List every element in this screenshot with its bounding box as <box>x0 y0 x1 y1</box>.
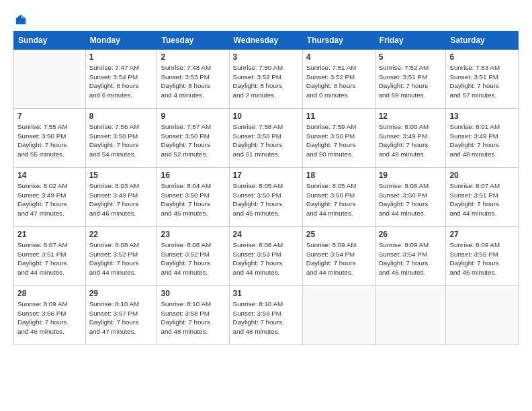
calendar-week-3: 14Sunrise: 8:02 AMSunset: 3:49 PMDayligh… <box>14 168 519 227</box>
day-number: 10 <box>233 111 299 121</box>
day-info: Sunrise: 7:58 AMSunset: 3:50 PMDaylight:… <box>233 122 299 159</box>
header <box>13 11 519 26</box>
logo <box>13 13 27 26</box>
calendar-cell: 27Sunrise: 8:09 AMSunset: 3:55 PMDayligh… <box>446 227 519 286</box>
day-info: Sunrise: 7:48 AMSunset: 3:53 PMDaylight:… <box>161 63 225 100</box>
day-number: 25 <box>306 230 371 239</box>
day-info: Sunrise: 8:09 AMSunset: 3:55 PMDaylight:… <box>449 240 515 277</box>
calendar-week-1: 1Sunrise: 7:47 AMSunset: 3:54 PMDaylight… <box>14 50 519 109</box>
day-number: 9 <box>161 111 225 121</box>
day-info: Sunrise: 8:10 AMSunset: 3:57 PMDaylight:… <box>89 300 154 336</box>
day-number: 12 <box>379 111 443 121</box>
svg-marker-1 <box>21 15 26 18</box>
calendar-cell: 9Sunrise: 7:57 AMSunset: 3:50 PMDaylight… <box>157 109 229 168</box>
day-info: Sunrise: 8:00 AMSunset: 3:49 PMDaylight:… <box>379 122 443 159</box>
day-info: Sunrise: 8:09 AMSunset: 3:56 PMDaylight:… <box>17 300 82 336</box>
day-number: 20 <box>449 171 515 180</box>
day-number: 17 <box>233 171 299 180</box>
calendar-cell: 23Sunrise: 8:08 AMSunset: 3:52 PMDayligh… <box>157 227 229 286</box>
calendar-cell: 16Sunrise: 8:04 AMSunset: 3:50 PMDayligh… <box>157 168 229 227</box>
calendar-cell: 15Sunrise: 8:03 AMSunset: 3:49 PMDayligh… <box>85 168 157 227</box>
calendar-cell: 18Sunrise: 8:05 AMSunset: 3:50 PMDayligh… <box>302 168 375 227</box>
day-info: Sunrise: 8:08 AMSunset: 3:52 PMDaylight:… <box>89 240 154 277</box>
day-number: 28 <box>17 289 82 298</box>
calendar-cell: 11Sunrise: 7:59 AMSunset: 3:50 PMDayligh… <box>302 109 375 168</box>
day-info: Sunrise: 7:47 AMSunset: 3:54 PMDaylight:… <box>89 63 154 100</box>
day-number: 27 <box>449 230 515 239</box>
calendar-cell: 25Sunrise: 8:09 AMSunset: 3:54 PMDayligh… <box>302 227 375 286</box>
day-number: 30 <box>161 289 225 298</box>
day-number: 4 <box>306 52 371 62</box>
calendar-cell: 1Sunrise: 7:47 AMSunset: 3:54 PMDaylight… <box>85 50 157 109</box>
day-number: 2 <box>161 52 225 62</box>
calendar-table: SundayMondayTuesdayWednesdayThursdayFrid… <box>13 31 519 345</box>
calendar-cell: 22Sunrise: 8:08 AMSunset: 3:52 PMDayligh… <box>85 227 157 286</box>
day-info: Sunrise: 8:04 AMSunset: 3:50 PMDaylight:… <box>161 181 225 218</box>
day-info: Sunrise: 8:03 AMSunset: 3:49 PMDaylight:… <box>89 181 154 218</box>
day-number: 29 <box>89 289 154 298</box>
calendar-cell <box>14 50 86 109</box>
day-number: 26 <box>379 230 443 239</box>
col-header-thursday: Thursday <box>302 32 375 50</box>
calendar-week-4: 21Sunrise: 8:07 AMSunset: 3:51 PMDayligh… <box>14 227 519 286</box>
calendar-cell: 12Sunrise: 8:00 AMSunset: 3:49 PMDayligh… <box>375 109 446 168</box>
day-info: Sunrise: 7:55 AMSunset: 3:50 PMDaylight:… <box>17 122 82 159</box>
day-info: Sunrise: 7:59 AMSunset: 3:50 PMDaylight:… <box>306 122 371 159</box>
calendar-cell: 4Sunrise: 7:51 AMSunset: 3:52 PMDaylight… <box>302 50 375 109</box>
calendar-cell: 13Sunrise: 8:01 AMSunset: 3:49 PMDayligh… <box>446 109 519 168</box>
day-number: 5 <box>379 52 443 62</box>
calendar-cell: 3Sunrise: 7:50 AMSunset: 3:52 PMDaylight… <box>229 50 302 109</box>
col-header-friday: Friday <box>375 32 446 50</box>
calendar-week-2: 7Sunrise: 7:55 AMSunset: 3:50 PMDaylight… <box>14 109 519 168</box>
day-info: Sunrise: 8:10 AMSunset: 3:58 PMDaylight:… <box>161 300 225 336</box>
logo-icon <box>15 13 27 26</box>
day-info: Sunrise: 7:53 AMSunset: 3:51 PMDaylight:… <box>449 63 515 100</box>
day-number: 16 <box>161 171 225 180</box>
day-number: 23 <box>161 230 225 239</box>
col-header-wednesday: Wednesday <box>229 32 302 50</box>
calendar-cell: 10Sunrise: 7:58 AMSunset: 3:50 PMDayligh… <box>229 109 302 168</box>
calendar-cell: 30Sunrise: 8:10 AMSunset: 3:58 PMDayligh… <box>157 286 229 345</box>
day-info: Sunrise: 8:09 AMSunset: 3:54 PMDaylight:… <box>306 240 371 277</box>
day-number: 24 <box>233 230 299 239</box>
day-number: 19 <box>379 171 443 180</box>
day-number: 7 <box>17 111 82 121</box>
day-info: Sunrise: 7:50 AMSunset: 3:52 PMDaylight:… <box>233 63 299 100</box>
calendar-cell: 28Sunrise: 8:09 AMSunset: 3:56 PMDayligh… <box>14 286 86 345</box>
day-info: Sunrise: 8:05 AMSunset: 3:50 PMDaylight:… <box>233 181 299 218</box>
calendar-cell: 31Sunrise: 8:10 AMSunset: 3:59 PMDayligh… <box>229 286 302 345</box>
col-header-tuesday: Tuesday <box>157 32 229 50</box>
col-header-monday: Monday <box>85 32 157 50</box>
day-number: 21 <box>17 230 82 239</box>
day-info: Sunrise: 8:02 AMSunset: 3:49 PMDaylight:… <box>17 181 82 218</box>
calendar-week-5: 28Sunrise: 8:09 AMSunset: 3:56 PMDayligh… <box>14 286 519 345</box>
day-number: 14 <box>17 171 82 180</box>
day-number: 3 <box>233 52 299 62</box>
calendar-cell: 29Sunrise: 8:10 AMSunset: 3:57 PMDayligh… <box>85 286 157 345</box>
day-number: 13 <box>449 111 515 121</box>
calendar-cell <box>375 286 446 345</box>
calendar-cell: 19Sunrise: 8:06 AMSunset: 3:50 PMDayligh… <box>375 168 446 227</box>
calendar-cell: 5Sunrise: 7:52 AMSunset: 3:51 PMDaylight… <box>375 50 446 109</box>
calendar-cell: 26Sunrise: 8:09 AMSunset: 3:54 PMDayligh… <box>375 227 446 286</box>
day-number: 6 <box>449 52 515 62</box>
calendar-cell: 7Sunrise: 7:55 AMSunset: 3:50 PMDaylight… <box>14 109 86 168</box>
day-info: Sunrise: 7:52 AMSunset: 3:51 PMDaylight:… <box>379 63 443 100</box>
calendar-cell: 17Sunrise: 8:05 AMSunset: 3:50 PMDayligh… <box>229 168 302 227</box>
calendar-cell: 8Sunrise: 7:56 AMSunset: 3:50 PMDaylight… <box>85 109 157 168</box>
day-info: Sunrise: 8:10 AMSunset: 3:59 PMDaylight:… <box>233 300 299 336</box>
calendar-cell <box>446 286 519 345</box>
day-number: 15 <box>89 171 154 180</box>
day-info: Sunrise: 8:01 AMSunset: 3:49 PMDaylight:… <box>449 122 515 159</box>
calendar-cell: 2Sunrise: 7:48 AMSunset: 3:53 PMDaylight… <box>157 50 229 109</box>
calendar-cell: 14Sunrise: 8:02 AMSunset: 3:49 PMDayligh… <box>14 168 86 227</box>
day-number: 22 <box>89 230 154 239</box>
col-header-saturday: Saturday <box>446 32 519 50</box>
day-info: Sunrise: 8:07 AMSunset: 3:51 PMDaylight:… <box>449 181 515 218</box>
day-number: 31 <box>233 289 299 298</box>
day-info: Sunrise: 7:51 AMSunset: 3:52 PMDaylight:… <box>306 63 371 100</box>
day-number: 18 <box>306 171 371 180</box>
day-info: Sunrise: 7:57 AMSunset: 3:50 PMDaylight:… <box>161 122 225 159</box>
day-info: Sunrise: 8:08 AMSunset: 3:53 PMDaylight:… <box>233 240 299 277</box>
day-info: Sunrise: 8:08 AMSunset: 3:52 PMDaylight:… <box>161 240 225 277</box>
